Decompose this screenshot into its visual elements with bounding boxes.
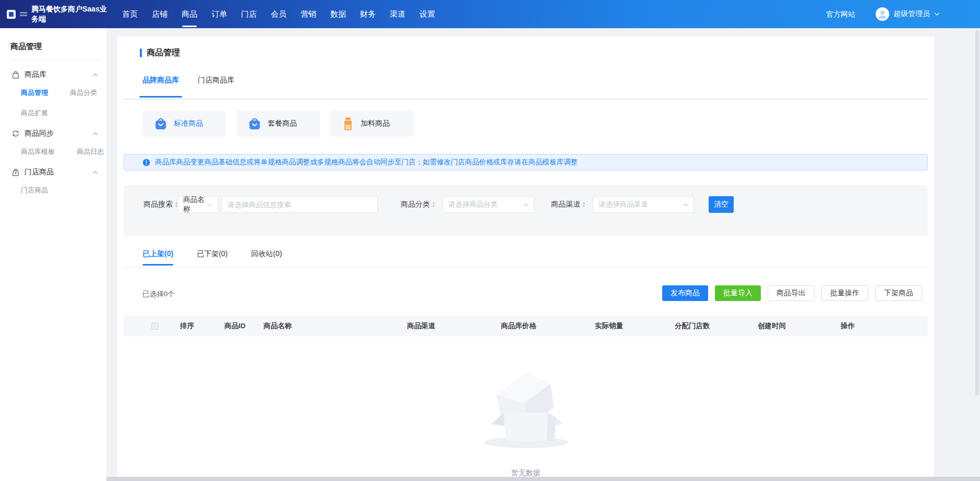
brand-subtext-mark <box>20 12 27 16</box>
goods-type-cards: 标准商品 套餐商品 <box>142 111 414 137</box>
page-title-row: 商品管理 <box>140 47 180 58</box>
channel-placeholder: 请选择商品渠道 <box>599 200 648 209</box>
sidebar-group-label: 门店商品 <box>25 167 54 177</box>
nav-item-goods[interactable]: 商品 <box>182 0 197 28</box>
column-header-operations: 操作 <box>841 316 855 336</box>
sync-icon <box>11 129 20 138</box>
sidebar-item-store-goods[interactable]: 门店商品 <box>21 186 48 195</box>
sidebar-item-library-template[interactable]: 商品库模板 <box>21 147 55 157</box>
type-card-topping-goods[interactable]: 加料商品 <box>330 111 414 137</box>
sidebar-subitems-row: 商品扩展 <box>21 109 106 118</box>
channel-select[interactable]: 请选择商品渠道 <box>593 196 694 213</box>
info-icon <box>142 159 150 166</box>
nav-item-settings[interactable]: 设置 <box>420 0 435 28</box>
nav-item-members[interactable]: 会员 <box>271 0 286 28</box>
chevron-down-icon <box>523 203 529 207</box>
category-select[interactable]: 请选择商品分类 <box>443 196 534 213</box>
app-title: 腾马餐饮多商户Saas业务端 <box>31 4 111 24</box>
sidebar-title: 商品管理 <box>10 42 106 52</box>
nav-item-channels[interactable]: 渠道 <box>390 0 405 28</box>
type-card-label: 标准商品 <box>174 119 203 128</box>
search-input[interactable] <box>221 196 378 213</box>
nav-item-shop[interactable]: 店铺 <box>152 0 168 28</box>
sidebar-group-store-goods[interactable]: 门店商品 <box>11 167 98 177</box>
status-tabs-divider <box>124 267 928 267</box>
chevron-up-icon <box>92 171 98 174</box>
bag-icon <box>11 70 20 79</box>
channel-label: 商品渠道： <box>551 200 588 209</box>
library-tabs: 品牌商品库 门店商品库 <box>142 76 234 98</box>
publish-goods-button[interactable]: 发布商品 <box>662 285 708 301</box>
main-content: 商品管理 品牌商品库 门店商品库 标准商品 <box>106 28 980 481</box>
content-card: 商品管理 品牌商品库 门店商品库 标准商品 <box>117 37 934 481</box>
column-header-actual-sales: 实际销量 <box>595 316 623 336</box>
column-header-assigned-stores: 分配门店数 <box>675 316 710 336</box>
tab-store-library[interactable]: 门店商品库 <box>198 76 234 98</box>
app-logo[interactable]: 腾马餐饮多商户Saas业务端 <box>7 0 111 28</box>
table-header: 排序 商品ID 商品名称 商品渠道 商品库价格 实际销量 分配门店数 创建时间 … <box>124 316 928 336</box>
sidebar-subitems-row: 商品库模板 商品日志 <box>21 147 106 157</box>
tab-off-shelf[interactable]: 已下架(0) <box>197 249 228 266</box>
bag-icon <box>154 117 168 131</box>
chevron-up-icon <box>92 73 98 77</box>
sidebar: 商品管理 商品库 商品管理 商品分类 商品扩展 <box>0 28 106 481</box>
search-label: 商品搜索： <box>144 200 180 209</box>
take-down-goods-button[interactable]: 下架商品 <box>875 285 922 301</box>
main-nav: 首页 店铺 商品 订单 门店 会员 营销 数据 财务 渠道 设置 <box>122 0 435 28</box>
type-card-label: 套餐商品 <box>268 119 297 128</box>
top-navbar: 腾马餐饮多商户Saas业务端 首页 店铺 商品 订单 门店 会员 营销 数据 财… <box>0 0 980 28</box>
nav-item-marketing[interactable]: 营销 <box>301 0 316 28</box>
nav-item-data[interactable]: 数据 <box>330 0 346 28</box>
tab-brand-library[interactable]: 品牌商品库 <box>142 76 179 98</box>
column-header-goods-name: 商品名称 <box>264 316 292 336</box>
official-site-link[interactable]: 官方网站 <box>826 0 855 28</box>
nav-item-orders[interactable]: 订单 <box>211 0 227 28</box>
clear-button[interactable]: 清空 <box>709 196 734 213</box>
chevron-up-icon <box>92 132 98 136</box>
category-placeholder: 请选择商品分类 <box>448 200 498 209</box>
category-label: 商品分类： <box>401 200 437 209</box>
nav-item-finance[interactable]: 财务 <box>360 0 376 28</box>
tab-recycle-bin[interactable]: 回收站(0) <box>251 249 282 266</box>
sidebar-group-goods-library[interactable]: 商品库 <box>11 70 98 79</box>
nav-item-home[interactable]: 首页 <box>122 0 138 28</box>
type-card-standard-goods[interactable]: 标准商品 <box>142 111 226 137</box>
batch-operations-button[interactable]: 批量操作 <box>821 285 868 301</box>
store-bag-icon <box>11 168 20 176</box>
selected-count-text: 已选择0个 <box>142 290 175 299</box>
type-card-label: 加料商品 <box>361 119 390 128</box>
sidebar-item-goods-manage[interactable]: 商品管理 <box>21 88 48 98</box>
horizontal-scrollbar[interactable] <box>106 477 980 481</box>
notice-banner: 商品库商品变更商品基础信息或将单规格商品调整成多规格商品将会自动同步至门店；如需… <box>124 154 928 171</box>
chevron-down-icon <box>934 12 940 16</box>
user-menu[interactable]: 超级管理员 <box>876 0 940 28</box>
chevron-down-icon <box>683 203 688 207</box>
type-card-combo-goods[interactable]: 套餐商品 <box>236 111 320 137</box>
username-label: 超级管理员 <box>893 9 930 19</box>
tab-on-shelf[interactable]: 已上架(0) <box>142 249 173 266</box>
notice-text: 商品库商品变更商品基础信息或将单规格商品调整成多规格商品将会自动同步至门店；如需… <box>155 158 578 167</box>
sidebar-item-goods-category[interactable]: 商品分类 <box>70 88 97 98</box>
action-buttons: 发布商品 批量导入 商品导出 批量操作 下架商品 <box>662 285 922 301</box>
page-title: 商品管理 <box>147 47 180 58</box>
sidebar-subitems-row: 门店商品 <box>21 186 106 195</box>
column-header-created-time: 创建时间 <box>758 316 786 336</box>
bag-icon <box>248 117 261 131</box>
chevron-down-icon <box>208 203 212 207</box>
sidebar-item-goods-log[interactable]: 商品日志 <box>77 147 104 157</box>
nav-item-stores[interactable]: 门店 <box>241 0 257 28</box>
seasoning-jar-icon <box>342 117 354 131</box>
search-type-select[interactable]: 商品名称 <box>177 196 218 213</box>
select-all-checkbox[interactable] <box>151 322 159 330</box>
sidebar-divider <box>10 60 100 61</box>
batch-import-button[interactable]: 批量导入 <box>715 285 761 301</box>
sidebar-group-goods-sync[interactable]: 商品同步 <box>11 129 98 138</box>
filter-panel: 商品搜索： 商品名称 商品分类： 请选择商品分类 商品渠道： <box>124 185 928 236</box>
sidebar-item-goods-extend[interactable]: 商品扩展 <box>21 109 48 118</box>
sidebar-group-label: 商品库 <box>25 70 46 79</box>
empty-state <box>117 363 934 453</box>
vertical-scrollbar[interactable] <box>975 30 979 395</box>
export-goods-button[interactable]: 商品导出 <box>768 285 815 301</box>
empty-box-illustration <box>476 363 576 451</box>
status-tabs: 已上架(0) 已下架(0) 回收站(0) <box>142 249 282 266</box>
